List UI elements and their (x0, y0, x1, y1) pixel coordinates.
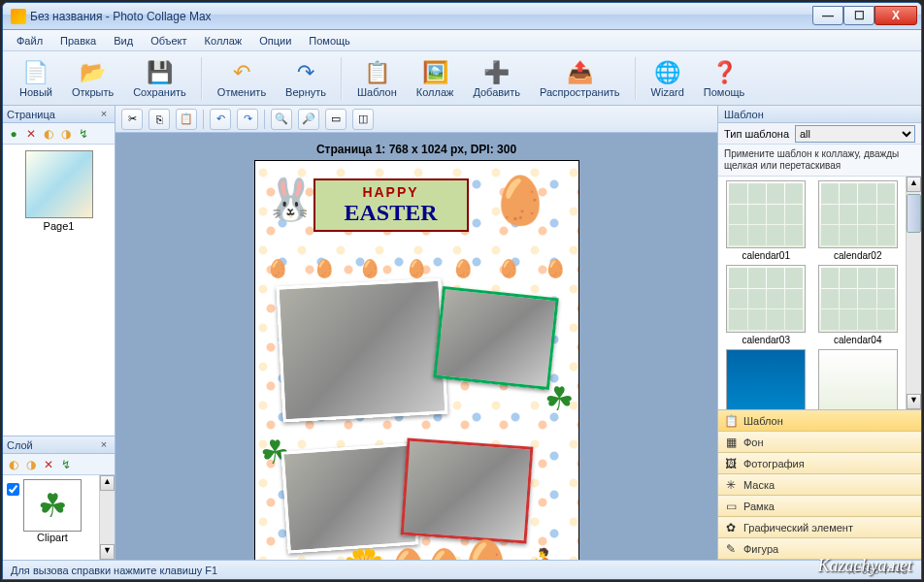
collage-button[interactable]: 🖼️Коллаж (408, 55, 463, 102)
template-item[interactable]: calendar02 (814, 180, 903, 261)
accordion-clipart[interactable]: ✿Графический элемент (718, 517, 921, 538)
page-prop-icon[interactable]: ◑ (59, 127, 73, 141)
close-icon[interactable]: × (97, 438, 111, 452)
photo-frame[interactable] (280, 442, 418, 553)
undo-button[interactable]: ↶ (210, 109, 231, 130)
redo-button[interactable]: ↷Вернуть (277, 55, 335, 102)
page-thumb-item[interactable]: Page1 (9, 150, 109, 232)
add-button[interactable]: ➕Добавить (464, 55, 529, 102)
accordion-template[interactable]: 📋Шаблон (718, 410, 921, 432)
page-thumbnail (25, 150, 93, 218)
egg-clipart[interactable]: 🥚 (459, 537, 512, 560)
layer-dn-icon[interactable]: ◑ (24, 458, 38, 471)
zoomin-button[interactable]: 🔍 (271, 109, 292, 130)
layer-scrollbar[interactable]: ▲ ▼ (99, 475, 115, 560)
zoomin-icon: 🔍 (275, 113, 288, 125)
page-label: Page1 (9, 220, 109, 232)
close-button[interactable]: X (874, 6, 917, 25)
redo-button[interactable]: ↷ (237, 109, 258, 130)
accordion-frame[interactable]: ▭Рамка (718, 496, 921, 517)
menu-file[interactable]: Файл (9, 32, 50, 49)
template-list: calendar01 calendar02 calendar03 calenda… (718, 177, 906, 409)
scroll-down-icon[interactable]: ▼ (907, 394, 921, 409)
status-coords: X=668 Y=43 (848, 565, 913, 576)
save-button[interactable]: 💾Сохранить (124, 55, 195, 102)
layer-panel-header: Слой × (3, 436, 115, 454)
scroll-track[interactable] (100, 491, 115, 544)
close-icon[interactable]: × (97, 108, 111, 121)
template-thumb (818, 180, 898, 248)
menu-help[interactable]: Помощь (301, 32, 358, 49)
layer-refresh-icon[interactable]: ↯ (59, 458, 73, 471)
scroll-up-icon[interactable]: ▲ (907, 177, 921, 192)
flower-clipart[interactable]: 🌼 (343, 547, 386, 560)
accordion-photo[interactable]: 🖼Фотография (718, 453, 921, 474)
menu-object[interactable]: Объект (143, 32, 194, 49)
refresh-icon[interactable]: ↯ (77, 127, 90, 141)
menu-options[interactable]: Опции (251, 32, 299, 49)
template-label: calendar02 (814, 250, 903, 261)
accordion-mask[interactable]: ✳Маска (718, 474, 921, 496)
bunny-clipart[interactable]: 🐰 (265, 176, 315, 223)
template-button[interactable]: 📋Шаблон (348, 55, 406, 102)
paste-button[interactable]: 📋 (176, 109, 197, 130)
layer-panel-title: Слой (7, 439, 33, 451)
actual-button[interactable]: ◫ (352, 109, 374, 130)
scroll-up-icon[interactable]: ▲ (100, 475, 115, 491)
separator (635, 57, 637, 100)
accordion-background[interactable]: ▦Фон (718, 432, 921, 453)
layer-item[interactable]: ☘ Clipart (23, 479, 82, 543)
separator (341, 57, 343, 100)
delete-page-icon[interactable]: ✕ (24, 127, 38, 141)
help-button[interactable]: ❓Помощь (695, 55, 754, 102)
fit-button[interactable]: ▭ (325, 109, 346, 130)
template-item[interactable]: calendar01 (722, 180, 810, 261)
template-thumb (726, 349, 806, 409)
photo-frame[interactable] (276, 278, 447, 423)
layer-del-icon[interactable]: ✕ (42, 458, 55, 471)
layer-visible-checkbox[interactable] (7, 483, 19, 496)
dup-page-icon[interactable]: ◐ (42, 127, 55, 141)
template-item[interactable]: calendar03 (722, 265, 810, 345)
egg-clipart[interactable]: 🥚 (491, 173, 549, 228)
template-item[interactable]: calendar04 (814, 265, 903, 345)
wizard-button[interactable]: 🌐Wizard (643, 55, 693, 102)
zoomout-button[interactable]: 🔎 (298, 109, 319, 130)
layer-up-icon[interactable]: ◐ (7, 458, 20, 471)
template-icon: 📋 (363, 59, 390, 86)
template-type-select[interactable]: all (795, 125, 915, 143)
titlebar[interactable]: Без названия - Photo Collage Max — ☐ X (3, 3, 921, 30)
scroll-thumb[interactable] (907, 194, 921, 233)
scroll-track[interactable] (907, 233, 921, 394)
canvas-area[interactable]: Страница 1: 768 x 1024 px, DPI: 300 🥚🥚🥚🥚… (116, 133, 717, 560)
page-list: Page1 (3, 145, 115, 436)
status-hint: Для вызова справки нажмите клавишу F1 (11, 565, 217, 576)
template-item[interactable] (814, 349, 903, 409)
new-button[interactable]: 📄Новый (11, 55, 61, 102)
open-button[interactable]: 📂Открыть (63, 55, 122, 102)
menu-edit[interactable]: Правка (52, 32, 104, 49)
template-item[interactable] (722, 349, 810, 409)
easter-title[interactable]: HAPPY EASTER (314, 178, 469, 232)
collage-icon: 🖼️ (421, 59, 448, 86)
add-page-icon[interactable]: ● (7, 127, 20, 141)
main-toolbar: 📄Новый 📂Открыть 💾Сохранить ↶Отменить ↷Ве… (3, 51, 921, 106)
scroll-down-icon[interactable]: ▼ (100, 544, 115, 560)
menu-view[interactable]: Вид (106, 32, 141, 49)
photo-frame[interactable] (400, 438, 533, 544)
collage-canvas[interactable]: 🥚🥚🥚🥚🥚🥚🥚 🐰 HAPPY EASTER 🥚 ☘ ☘ 🌼 🥚 (254, 160, 579, 560)
template-scrollbar[interactable]: ▲ ▼ (906, 177, 921, 409)
maximize-button[interactable]: ☐ (843, 6, 874, 25)
person-clipart[interactable]: 🏃 (523, 547, 567, 560)
undo-button[interactable]: ↶Отменить (209, 55, 275, 102)
copy-button[interactable]: ⎘ (148, 109, 170, 130)
accordion-shape[interactable]: ✎Фигура (718, 538, 921, 560)
share-button[interactable]: 📤Распространить (531, 55, 629, 102)
template-label: calendar04 (814, 335, 903, 345)
photo-frame[interactable] (433, 286, 558, 390)
minimize-button[interactable]: — (812, 6, 843, 25)
menu-collage[interactable]: Коллаж (197, 32, 250, 49)
cut-button[interactable]: ✂ (121, 109, 143, 130)
clover-icon: ☘ (23, 479, 82, 532)
template-panel-title: Шаблон (724, 109, 764, 120)
